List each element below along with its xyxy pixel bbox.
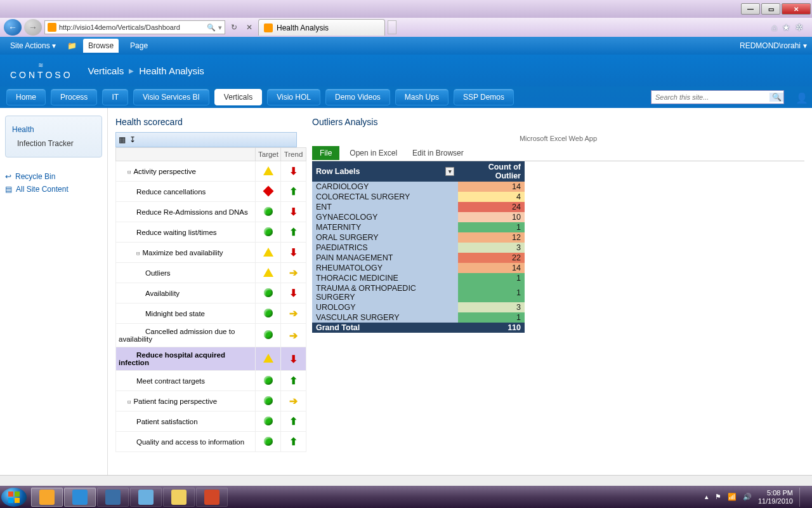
- window-close-button[interactable]: ✕: [782, 3, 811, 15]
- taskbar-powerpoint-button[interactable]: [196, 488, 228, 507]
- new-tab-button[interactable]: [388, 20, 396, 34]
- pivot-row[interactable]: GYNAECOLOGY10: [312, 212, 525, 222]
- nav-tab-ssp-demos[interactable]: SSP Demos: [454, 89, 514, 105]
- arrow-right-icon: ➔: [289, 307, 298, 319]
- outlook-icon: [39, 490, 55, 505]
- ribbon-tab-page[interactable]: Page: [125, 39, 153, 53]
- nav-tab-mash-ups[interactable]: Mash Ups: [395, 89, 449, 105]
- green-circle-icon: [264, 437, 273, 446]
- scorecard-row[interactable]: Quality and access to information⬆: [116, 432, 306, 452]
- refresh-button[interactable]: ↻: [228, 21, 240, 34]
- scorecard-row[interactable]: ⊟Activity perspective⬇: [116, 161, 306, 182]
- toolbar-view-icon[interactable]: ▦: [119, 135, 126, 144]
- ribbon-tab-browse[interactable]: Browse: [83, 39, 119, 53]
- home-icon[interactable]: ⌂: [772, 22, 777, 32]
- nav-tab-visio-hol[interactable]: Visio HOL: [267, 89, 320, 105]
- nav-tab-visio-services-bi[interactable]: Visio Services BI: [133, 89, 209, 105]
- site-actions-menu[interactable]: Site Actions ▾: [5, 39, 61, 53]
- breadcrumb-parent[interactable]: Verticals: [88, 65, 124, 76]
- site-search[interactable]: 🔍: [651, 90, 784, 104]
- pivot-row[interactable]: PAIN MANAGEMENT22: [312, 253, 525, 263]
- green-circle-icon: [264, 376, 273, 385]
- browser-tab[interactable]: Health Analysis: [258, 19, 385, 36]
- dropdown-icon[interactable]: ▾: [218, 23, 222, 32]
- scorecard-row[interactable]: Reduce hospital acquired infection⬇: [116, 347, 306, 371]
- green-circle-icon: [264, 227, 273, 236]
- expand-icon[interactable]: ⊟: [128, 399, 133, 405]
- window-maximize-button[interactable]: ▭: [761, 3, 780, 15]
- filter-dropdown-icon[interactable]: ▾: [445, 167, 454, 176]
- scorecard-row[interactable]: Meet contract targets⬆: [116, 371, 306, 391]
- search-provider-icon[interactable]: 🔍: [207, 23, 216, 32]
- nav-back-button[interactable]: ←: [4, 19, 22, 36]
- breadcrumb: Verticals ▶ Health Analysis: [88, 65, 204, 76]
- nav-tab-process[interactable]: Process: [51, 89, 97, 105]
- scorecard-row[interactable]: Cancelled admission due to availability➔: [116, 324, 306, 347]
- taskbar-visio-button[interactable]: [97, 488, 129, 507]
- pivot-row[interactable]: MATERNITY1: [312, 222, 525, 232]
- start-button[interactable]: [1, 488, 27, 507]
- util-recycle-bin[interactable]: ↩Recycle Bin: [5, 170, 102, 183]
- stop-button[interactable]: ✕: [243, 21, 256, 34]
- tray-flag-icon[interactable]: ⚑: [715, 493, 721, 501]
- util-all-site-content[interactable]: ▤All Site Content: [5, 183, 102, 196]
- pivot-row[interactable]: RHEUMATOLOGY14: [312, 263, 525, 273]
- pivot-row[interactable]: VASCULAR SURGERY1: [312, 312, 525, 323]
- scorecard-row[interactable]: Patient satisfaction⬆: [116, 411, 306, 432]
- taskbar-ie-button[interactable]: [64, 488, 96, 507]
- quicklaunch-infection-tracker[interactable]: Infection Tracker: [12, 137, 95, 150]
- tray-volume-icon[interactable]: 🔊: [743, 493, 752, 501]
- expand-icon[interactable]: ⊟: [136, 250, 142, 257]
- taskbar-explorer-button[interactable]: [163, 488, 195, 507]
- nav-tab-it[interactable]: IT: [102, 89, 128, 105]
- scorecard-row[interactable]: Midnight bed state➔: [116, 304, 306, 324]
- scorecard-row[interactable]: ⊟Maximize bed availability⬇: [116, 243, 306, 263]
- pivot-row[interactable]: UROLOGY3: [312, 302, 525, 312]
- pivot-row[interactable]: ORAL SURGERY12: [312, 232, 525, 243]
- edit-in-browser-link[interactable]: Edit in Browser: [412, 149, 464, 157]
- favorites-icon[interactable]: ★: [782, 22, 790, 32]
- scorecard-row[interactable]: Reduce waiting list/times⬆: [116, 222, 306, 243]
- scorecard-row[interactable]: ⊟Patient facing perspective➔: [116, 391, 306, 411]
- pivot-row[interactable]: CARDIOLOGY14: [312, 182, 525, 192]
- search-go-button[interactable]: 🔍: [769, 93, 783, 102]
- site-logo[interactable]: ≋ CONTOSO: [10, 62, 73, 80]
- pivot-row[interactable]: TRAUMA & ORTHOPAEDIC SURGERY1: [312, 283, 525, 302]
- pivot-row[interactable]: THORACIC MEDICINE1: [312, 273, 525, 283]
- pivot-header-row[interactable]: Row Labels ▾: [312, 161, 458, 182]
- taskbar-notepad-button[interactable]: [130, 488, 162, 507]
- horizontal-scrollbar[interactable]: [0, 475, 812, 486]
- quicklaunch-health[interactable]: Health: [12, 123, 95, 137]
- excel-file-menu[interactable]: File: [312, 146, 339, 160]
- scorecard-row[interactable]: Availability⬇: [116, 283, 306, 304]
- system-tray[interactable]: ▴ ⚑ 📶 🔊 5:08 PM 11/19/2010: [705, 488, 811, 507]
- header-target: Target: [256, 148, 281, 161]
- tray-show-hidden-icon[interactable]: ▴: [705, 493, 709, 501]
- expand-icon[interactable]: ⊟: [128, 169, 133, 175]
- tools-icon[interactable]: ✲: [796, 22, 803, 32]
- pivot-row[interactable]: PAEDIATRICS3: [312, 243, 525, 253]
- scorecard-row[interactable]: Reduce cancellations⬆: [116, 182, 306, 202]
- taskbar-clock[interactable]: 5:08 PM 11/19/2010: [758, 489, 793, 504]
- navigate-up-icon[interactable]: 📁: [67, 41, 77, 50]
- address-bar[interactable]: http://visio14demo/Verticals/Dashboard 🔍…: [44, 20, 225, 34]
- scorecard-row[interactable]: Outliers➔: [116, 263, 306, 283]
- nav-forward-button[interactable]: →: [24, 19, 42, 36]
- tray-network-icon[interactable]: 📶: [728, 493, 737, 501]
- nav-tab-demo-videos[interactable]: Demo Videos: [325, 89, 390, 105]
- show-desktop-button[interactable]: [799, 488, 804, 507]
- nav-tab-verticals[interactable]: Verticals: [214, 89, 262, 105]
- nav-tab-home[interactable]: Home: [6, 89, 46, 105]
- sharepoint-ribbon: Site Actions ▾ 📁 Browse Page REDMOND\ror…: [0, 37, 812, 55]
- pivot-row[interactable]: COLORECTAL SURGERY4: [312, 192, 525, 202]
- open-in-excel-link[interactable]: Open in Excel: [350, 149, 397, 157]
- user-menu[interactable]: REDMOND\rorahi ▾: [740, 41, 807, 50]
- people-search-icon[interactable]: 👤: [796, 92, 806, 102]
- pivot-row[interactable]: ENT24: [312, 202, 525, 212]
- arrow-up-icon: ⬆: [289, 185, 298, 197]
- scorecard-row[interactable]: Reduce Re-Admissions and DNAs⬇: [116, 202, 306, 222]
- window-minimize-button[interactable]: —: [741, 3, 760, 15]
- toolbar-sort-icon[interactable]: ↧: [129, 135, 136, 144]
- site-search-input[interactable]: [652, 93, 769, 101]
- taskbar-outlook-button[interactable]: [31, 488, 63, 507]
